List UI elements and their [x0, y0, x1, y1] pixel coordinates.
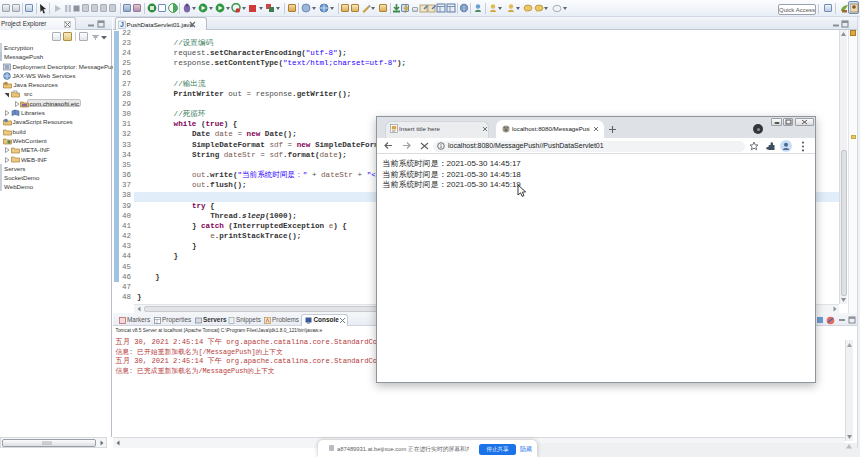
- svg-text:J: J: [120, 21, 124, 28]
